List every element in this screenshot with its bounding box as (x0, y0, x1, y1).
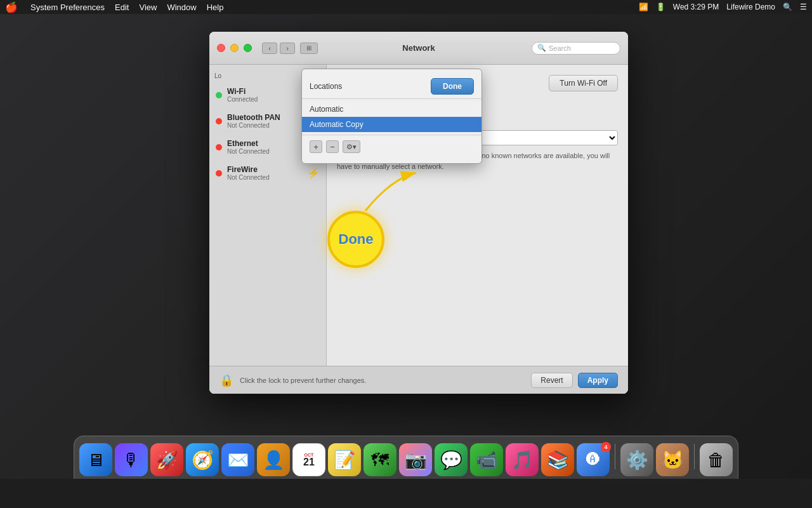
window-controls (217, 44, 252, 52)
maximize-button[interactable] (244, 44, 252, 52)
lock-bar: 🔒 Click the lock to prevent further chan… (209, 366, 628, 394)
menubar: 🍎 System Preferences Edit View Window He… (0, 0, 812, 14)
wifi-info: Wi-Fi Connected (227, 87, 302, 103)
location-label: Lo (214, 72, 221, 79)
dock-calendar[interactable]: OCT 21 (292, 443, 325, 476)
dock-books[interactable]: 📚 (541, 443, 574, 476)
done-circle: Done (327, 211, 384, 268)
dock-mail[interactable]: ✉️ (221, 443, 254, 476)
apple-menu[interactable]: 🍎 (5, 1, 18, 13)
nav-back-button[interactable]: ‹ (262, 43, 277, 54)
menubar-datetime[interactable]: Wed 3:29 PM (673, 3, 719, 11)
dock-itunes[interactable]: 🎵 (506, 443, 539, 476)
dock-launchpad[interactable]: 🚀 (150, 443, 183, 476)
wifi-status-dot (216, 92, 222, 98)
menubar-username: Lifewire Demo (726, 3, 775, 11)
locations-item-automatic-copy[interactable]: Automatic Copy (302, 117, 481, 132)
wifi-name: Wi-Fi (227, 87, 302, 96)
lock-text: Click the lock to prevent further change… (240, 377, 525, 384)
wifi-status: Connected (227, 96, 302, 103)
dock-facetime[interactable]: 📹 (470, 443, 503, 476)
dock-separator-2 (694, 444, 695, 469)
bluetooth-name: Bluetooth PAN (227, 113, 302, 122)
done-annotation: Done (327, 211, 384, 268)
lock-icon[interactable]: 🔒 (219, 373, 233, 387)
menu-help[interactable]: Help (207, 3, 224, 12)
firewire-info: FireWire Not Connected (227, 165, 302, 181)
window-grid-button[interactable]: ⊞ (300, 43, 318, 54)
lock-action-buttons: Revert Apply (531, 373, 618, 388)
locations-add-button[interactable]: + (310, 140, 322, 153)
menu-edit[interactable]: Edit (115, 3, 129, 12)
menubar-battery-icon: 🔋 (656, 3, 665, 11)
window-titlebar: ‹ › ⊞ Network 🔍 Search (209, 32, 628, 65)
appstore-badge: 4 (601, 442, 611, 452)
locations-modal: Locations Done Automatic Automatic Copy … (301, 69, 482, 164)
menubar-list-icon[interactable]: ☰ (800, 3, 807, 11)
firewire-icon: ⚡ (307, 167, 320, 179)
search-icon: 🔍 (537, 44, 546, 52)
ethernet-status-dot (216, 144, 222, 150)
firewire-name: FireWire (227, 165, 302, 174)
dock-safari[interactable]: 🧭 (186, 443, 219, 476)
window-search[interactable]: 🔍 Search (532, 42, 620, 55)
locations-remove-button[interactable]: − (326, 140, 339, 153)
dock-finder[interactable]: 🖥 (79, 443, 112, 476)
menubar-wifi-icon[interactable]: 📶 (639, 3, 648, 11)
app-name[interactable]: System Preferences (30, 3, 105, 12)
bluetooth-status: Not Connected (227, 122, 302, 129)
firewire-status: Not Connected (227, 174, 302, 181)
locations-item-automatic[interactable]: Automatic (302, 102, 481, 117)
dock-siri[interactable]: 🎙 (115, 443, 148, 476)
dock-appstore[interactable]: 🅐 4 (577, 443, 610, 476)
ethernet-info: Ethernet Not Connected (227, 139, 302, 155)
dock-notes[interactable]: 📝 (328, 443, 361, 476)
window-nav: ‹ › (262, 43, 295, 54)
sidebar-item-firewire[interactable]: FireWire Not Connected ⚡ (209, 160, 326, 186)
dock-system-preferences[interactable]: ⚙️ (620, 443, 653, 476)
locations-done-button[interactable]: Done (431, 78, 474, 95)
window-title: Network (402, 43, 435, 53)
menubar-search-icon[interactable]: 🔍 (783, 3, 792, 11)
turn-wifi-button[interactable]: Turn Wi-Fi Off (549, 75, 618, 91)
locations-gear-button[interactable]: ⚙▾ (343, 140, 360, 153)
done-annotation-arrow (353, 166, 429, 217)
dock-contacts[interactable]: 👤 (257, 443, 290, 476)
menu-window[interactable]: Window (167, 3, 196, 12)
dock-separator (615, 444, 615, 469)
done-circle-text: Done (339, 231, 374, 248)
bluetooth-status-dot (216, 118, 222, 124)
minimize-button[interactable] (230, 44, 239, 52)
bluetooth-info: Bluetooth PAN Not Connected (227, 113, 302, 129)
dock-messages[interactable]: 💬 (435, 443, 468, 476)
search-placeholder: Search (549, 44, 571, 52)
revert-button[interactable]: Revert (531, 373, 572, 388)
dock-photos2[interactable]: 🐱 (656, 443, 689, 476)
firewire-status-dot (216, 170, 222, 177)
locations-list: Automatic Automatic Copy (302, 99, 481, 135)
apply-button[interactable]: Apply (578, 373, 618, 388)
locations-footer: + − ⚙▾ (302, 135, 481, 158)
desktop: ‹ › ⊞ Network 🔍 Search Lo Wi-F (0, 14, 812, 479)
close-button[interactable] (217, 44, 225, 52)
dock-maps[interactable]: 🗺 (363, 443, 396, 476)
ethernet-status: Not Connected (227, 148, 302, 155)
nav-forward-button[interactable]: › (280, 43, 295, 54)
dock-trash[interactable]: 🗑 (700, 443, 733, 476)
ethernet-name: Ethernet (227, 139, 302, 148)
locations-header: Locations (310, 82, 342, 91)
menu-view[interactable]: View (139, 3, 157, 12)
dock: 🖥 🎙 🚀 🧭 ✉️ 👤 OCT 21 📝 🗺 📷 💬 📹 🎵 📚 🅐 4 ⚙️… (74, 436, 738, 479)
dock-photos[interactable]: 📷 (399, 443, 432, 476)
